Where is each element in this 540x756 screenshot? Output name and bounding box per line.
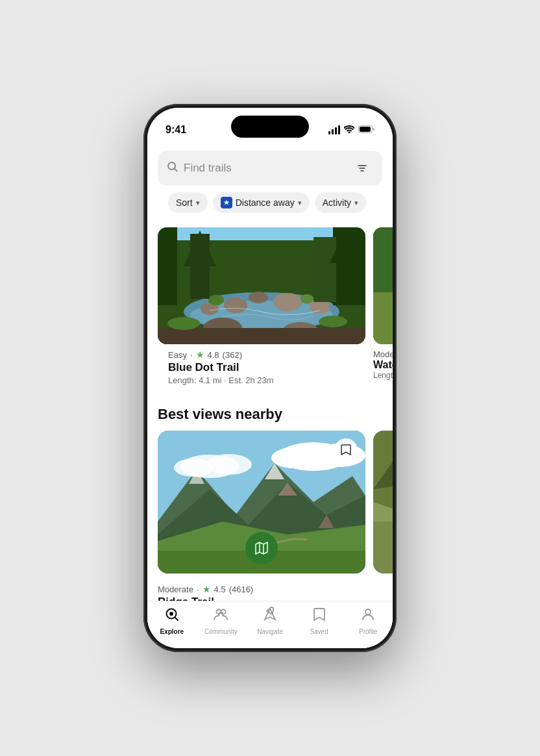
explore-icon bbox=[164, 607, 180, 626]
activity-label: Activity bbox=[323, 197, 351, 208]
signal-bars-icon bbox=[328, 125, 340, 134]
search-area: Find trails Sort ▾ bbox=[147, 143, 393, 222]
phone-frame: 9:41 bbox=[143, 104, 397, 652]
svg-point-62 bbox=[365, 609, 371, 614]
bottom-nav: Explore Community bbox=[147, 601, 393, 648]
svg-point-10 bbox=[224, 297, 247, 313]
activity-chip[interactable]: Activity ▾ bbox=[315, 192, 366, 213]
view-trail-info-1: Moderate · ★ 4.5 (4616) Ridge Trail bbox=[158, 584, 365, 601]
activity-chevron: ▾ bbox=[354, 199, 358, 207]
nav-label-community: Community bbox=[204, 628, 238, 635]
view-trail-info-row: Moderate · ★ 4.5 (4616) Ridge Trail bbox=[147, 584, 393, 601]
view-card-1[interactable] bbox=[158, 431, 365, 573]
trail-partial-meta: Mode bbox=[373, 344, 393, 359]
svg-point-19 bbox=[301, 294, 313, 303]
distance-chip[interactable]: Distance away ▾ bbox=[213, 192, 310, 213]
sort-chip[interactable]: Sort ▾ bbox=[168, 192, 208, 213]
view-rating-1: 4.5 bbox=[214, 585, 226, 594]
nav-item-explore[interactable]: Explore bbox=[153, 607, 191, 635]
svg-point-28 bbox=[167, 317, 200, 330]
svg-rect-27 bbox=[158, 328, 365, 344]
svg-line-58 bbox=[175, 618, 178, 620]
nav-label-navigate: Navigate bbox=[257, 628, 282, 635]
sort-chevron: ▾ bbox=[196, 199, 200, 207]
svg-point-11 bbox=[273, 293, 302, 311]
profile-icon bbox=[360, 607, 376, 626]
status-time: 9:41 bbox=[166, 124, 186, 136]
review-count-1: (362) bbox=[223, 350, 242, 360]
trail-meta-1: Easy · ★ 4.8 (362) bbox=[168, 349, 355, 360]
distance-badge-icon bbox=[221, 197, 232, 208]
view-trail-name-1: Ridge Trail bbox=[158, 596, 365, 601]
trail-card-2-partial: Mode Wate Lengt bbox=[373, 227, 393, 396]
section-header-best-views: Best views nearby bbox=[147, 396, 393, 431]
distance-chevron: ▾ bbox=[298, 199, 302, 207]
svg-point-57 bbox=[169, 612, 173, 616]
scroll-content: Easy · ★ 4.8 (362) Blue Dot Trail Length… bbox=[147, 222, 393, 601]
nav-label-profile: Profile bbox=[359, 628, 377, 635]
filter-button[interactable] bbox=[351, 157, 373, 179]
trail-partial-name: Wate bbox=[373, 359, 393, 371]
trail-partial-stats: Lengt bbox=[373, 371, 393, 380]
nav-label-saved: Saved bbox=[310, 628, 328, 635]
app-content: Find trails Sort ▾ bbox=[147, 143, 393, 648]
view-trail-meta-1: Moderate · ★ 4.5 (4616) bbox=[158, 584, 365, 594]
nav-item-community[interactable]: Community bbox=[201, 607, 240, 635]
map-button-1[interactable] bbox=[245, 532, 278, 564]
trail-stats-1: Length: 4.1 mi · Est. 2h 23m bbox=[168, 375, 355, 385]
distance-label: Distance away bbox=[236, 197, 295, 208]
filter-chips: Sort ▾ Distance away ▾ Activity bbox=[158, 186, 382, 222]
view-cards-row bbox=[147, 431, 393, 584]
view-card-2-partial bbox=[373, 431, 393, 573]
saved-icon bbox=[312, 607, 327, 626]
status-icons bbox=[328, 125, 374, 135]
nav-item-saved[interactable]: Saved bbox=[300, 607, 339, 635]
search-icon bbox=[167, 161, 178, 175]
navigate-icon bbox=[262, 607, 278, 626]
wifi-icon bbox=[344, 125, 354, 135]
phone-screen: 9:41 bbox=[147, 108, 393, 648]
star-icon-1: ★ bbox=[196, 349, 204, 360]
svg-point-44 bbox=[271, 447, 317, 468]
community-icon bbox=[213, 607, 228, 626]
svg-point-46 bbox=[206, 454, 252, 475]
trail-name-1: Blue Dot Trail bbox=[168, 361, 355, 374]
search-placeholder: Find trails bbox=[184, 162, 346, 175]
bookmark-button-1[interactable] bbox=[334, 438, 358, 462]
trail-length-1: 4.1 mi bbox=[199, 375, 221, 385]
difficulty-2: Mode bbox=[373, 349, 393, 359]
svg-point-18 bbox=[208, 295, 224, 305]
trail-info-1: Easy · ★ 4.8 (362) Blue Dot Trail Length… bbox=[158, 344, 365, 396]
battery-icon bbox=[358, 125, 374, 135]
view-trail-info-inner: Moderate · ★ 4.5 (4616) Ridge Trail bbox=[158, 584, 382, 601]
svg-rect-54 bbox=[373, 522, 393, 573]
rating-1: 4.8 bbox=[208, 350, 219, 360]
dynamic-island bbox=[231, 116, 309, 138]
sort-label: Sort bbox=[176, 197, 193, 208]
svg-rect-33 bbox=[373, 292, 393, 344]
trail-cards-row: Easy · ★ 4.8 (362) Blue Dot Trail Length… bbox=[147, 222, 393, 396]
trail-est-1: Est. 2h 23m bbox=[228, 375, 273, 385]
difficulty-1: Easy bbox=[168, 350, 187, 360]
nav-item-navigate[interactable]: Navigate bbox=[251, 607, 289, 635]
search-bar[interactable]: Find trails bbox=[158, 151, 382, 186]
svg-rect-23 bbox=[313, 237, 336, 302]
svg-point-29 bbox=[319, 316, 347, 327]
svg-point-47 bbox=[174, 459, 213, 477]
nav-label-explore: Explore bbox=[160, 628, 184, 635]
view-review-1: (4616) bbox=[229, 585, 254, 594]
svg-point-12 bbox=[249, 292, 268, 303]
view-difficulty-1: Moderate bbox=[158, 585, 193, 594]
view-star-icon-1: ★ bbox=[202, 584, 211, 594]
trail-card-1[interactable]: Easy · ★ 4.8 (362) Blue Dot Trail Length… bbox=[158, 227, 365, 396]
svg-rect-1 bbox=[360, 127, 371, 132]
nav-item-profile[interactable]: Profile bbox=[349, 607, 387, 635]
